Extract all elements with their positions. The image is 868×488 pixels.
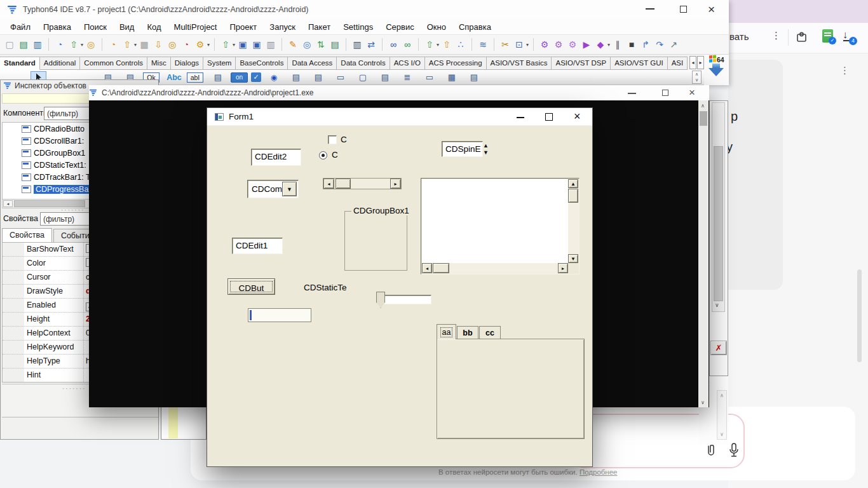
scroll-left-icon[interactable]: ◂ bbox=[422, 263, 432, 273]
toolbar-icon[interactable]: ◎ bbox=[300, 37, 314, 51]
toolbar-icon[interactable]: ↷ bbox=[653, 37, 667, 51]
components-filter-input[interactable] bbox=[44, 107, 95, 120]
ide-maximize-button[interactable] bbox=[680, 6, 687, 13]
scroll-down-icon[interactable]: ∨ bbox=[715, 302, 719, 308]
component-icon[interactable]: abI bbox=[187, 72, 203, 83]
component-icon[interactable]: ▤ bbox=[287, 71, 306, 83]
palette-row-spinner[interactable]: ∧∨ bbox=[692, 71, 702, 84]
page-tab[interactable]: bb bbox=[457, 326, 478, 339]
cdtrackbar-control[interactable] bbox=[381, 295, 431, 304]
toolbar-icon[interactable]: ⚙ bbox=[538, 37, 552, 51]
download-icon[interactable]: ↓ bbox=[843, 29, 848, 41]
toolbar-icon[interactable]: ▣ bbox=[236, 37, 250, 51]
palette-tab[interactable]: Common Controls bbox=[80, 57, 147, 70]
component-icon[interactable]: ▤ bbox=[208, 71, 227, 83]
toolbar-icon[interactable]: ◎ bbox=[165, 37, 179, 51]
component-icon[interactable]: ▤ bbox=[309, 71, 328, 83]
toolbar-icon[interactable]: ↱ bbox=[639, 37, 653, 51]
toolbar-icon[interactable]: ∞ bbox=[386, 37, 400, 51]
cdcombobox-control[interactable]: CDComb ▼ bbox=[247, 180, 299, 198]
form-maximize-button[interactable] bbox=[545, 113, 553, 121]
palette-tab[interactable]: ASI bbox=[668, 57, 688, 70]
scroll-left-icon[interactable]: ◂ bbox=[3, 200, 13, 207]
scroll-thumb[interactable] bbox=[433, 263, 449, 273]
scroll-thumb[interactable] bbox=[336, 179, 351, 189]
menu-item[interactable]: Пакет bbox=[302, 19, 337, 34]
form-titlebar[interactable]: Form1 bbox=[207, 108, 592, 126]
scroll-up-icon[interactable]: ∧ bbox=[720, 393, 724, 398]
menu-item[interactable]: Окно bbox=[421, 19, 452, 34]
combo-dropdown-icon[interactable]: ▼ bbox=[282, 182, 297, 196]
close-message-button[interactable]: ✗ bbox=[711, 341, 726, 355]
component-icon[interactable]: ▤ bbox=[376, 71, 395, 83]
palette-tab[interactable]: ACS I/O bbox=[390, 57, 425, 70]
palette-tab[interactable]: Data Controls bbox=[337, 57, 390, 70]
memo-vscrollbar[interactable]: ▲ ▼ bbox=[568, 179, 579, 263]
form-minimize-button[interactable] bbox=[517, 117, 524, 118]
toolbar-icon[interactable]: ▦ bbox=[137, 37, 151, 51]
menu-item[interactable]: Код bbox=[140, 19, 167, 34]
toolbar-icon[interactable]: ◎ bbox=[84, 37, 98, 51]
inspector-header[interactable]: Инспектор объектов bbox=[3, 81, 86, 90]
scroll-up-icon[interactable]: ▲ bbox=[568, 179, 578, 188]
cdedit2-field[interactable]: CDEdit2 bbox=[251, 149, 301, 166]
card-more-icon[interactable]: ⋮ bbox=[840, 65, 850, 76]
toolbar-icon[interactable]: ⇩ bbox=[151, 37, 165, 51]
palette-tab[interactable]: BaseControls bbox=[236, 57, 288, 70]
toolbar-icon[interactable]: ⇧ bbox=[67, 37, 81, 51]
console-minimize-button[interactable] bbox=[628, 93, 636, 94]
toolbar-icon[interactable]: ▥ bbox=[350, 37, 364, 51]
component-icon[interactable]: ◉ bbox=[264, 71, 283, 83]
toolbar-icon[interactable]: ⇅ bbox=[314, 37, 328, 51]
scroll-down-icon[interactable]: ▼ bbox=[568, 254, 578, 263]
toolbar-icon[interactable]: ∴ bbox=[454, 37, 468, 51]
inspector-tab[interactable]: Свойства bbox=[2, 228, 52, 242]
palette-tab[interactable]: ASIO/VST GUI bbox=[611, 57, 667, 70]
microphone-icon[interactable] bbox=[728, 442, 740, 459]
toolbar-icon[interactable]: | bbox=[468, 38, 472, 51]
palette-tab[interactable]: Dialogs bbox=[171, 57, 203, 70]
platform-arrow-icon[interactable] bbox=[712, 64, 720, 68]
scroll-thumb[interactable] bbox=[714, 146, 723, 301]
toolbar-icon[interactable]: ▥ bbox=[31, 37, 44, 51]
toolbar-icon[interactable]: ∥ bbox=[611, 37, 625, 51]
ide-minimize-button[interactable] bbox=[646, 8, 654, 10]
scroll-down-icon[interactable]: ∨ bbox=[720, 431, 724, 437]
palette-tab[interactable]: ASIO/VST Basics bbox=[487, 57, 552, 70]
toolbar-icon[interactable]: ≋ bbox=[476, 37, 490, 51]
scroll-right-icon[interactable]: ▸ bbox=[390, 179, 401, 189]
menu-item[interactable]: Запуск bbox=[263, 19, 302, 34]
page-tab[interactable]: aa bbox=[437, 324, 456, 339]
menu-item[interactable]: Сервис bbox=[379, 19, 421, 34]
scroll-thumb[interactable] bbox=[700, 111, 707, 126]
memo-hscrollbar[interactable]: ◂ ▸ bbox=[422, 263, 568, 274]
attach-icon[interactable] bbox=[705, 443, 717, 458]
memo-control[interactable]: ▲ ▼ ◂ ▸ bbox=[421, 178, 580, 274]
menu-item[interactable]: Поиск bbox=[78, 19, 113, 34]
palette-tab[interactable]: ACS Processing bbox=[425, 57, 487, 70]
toolbar-icon[interactable]: ⇧ bbox=[440, 37, 454, 51]
browser-more-icon[interactable]: ⋮ bbox=[771, 30, 781, 41]
component-icon[interactable]: ▦ bbox=[442, 71, 461, 83]
memo-text-area[interactable] bbox=[422, 179, 568, 263]
toolbar-icon[interactable]: | bbox=[378, 38, 383, 51]
cdspinedit-field[interactable]: CDSpinE bbox=[442, 141, 483, 157]
palette-tab[interactable]: System bbox=[203, 57, 236, 70]
browser-scrollbar[interactable] bbox=[857, 269, 862, 362]
splitter-grip[interactable]: ······· bbox=[62, 385, 86, 392]
toolbar-icon[interactable]: ⇧ bbox=[120, 37, 134, 51]
toolbar-icon[interactable]: ⚙ bbox=[566, 37, 580, 51]
palette-tab[interactable]: Additional bbox=[40, 57, 81, 70]
toolbar-icon[interactable]: | bbox=[210, 38, 215, 51]
menu-item[interactable]: Файл bbox=[4, 19, 37, 34]
toolbar-icon[interactable]: ◔ bbox=[179, 37, 193, 51]
spin-up-icon[interactable]: ▲ bbox=[483, 142, 489, 149]
menu-item[interactable]: Settings bbox=[337, 19, 379, 34]
toolbar-icon[interactable]: | bbox=[342, 38, 346, 51]
spin-down-icon[interactable]: ▼ bbox=[483, 149, 489, 156]
toolbar-icon[interactable]: ⇧ bbox=[423, 37, 437, 51]
toolbar-icon[interactable]: ▣ bbox=[250, 37, 264, 51]
component-icon[interactable]: ▢ bbox=[353, 71, 372, 83]
palette-tab[interactable]: ASIO/VST DSP bbox=[552, 57, 611, 70]
toolbar-icon[interactable]: ■ bbox=[625, 37, 639, 51]
